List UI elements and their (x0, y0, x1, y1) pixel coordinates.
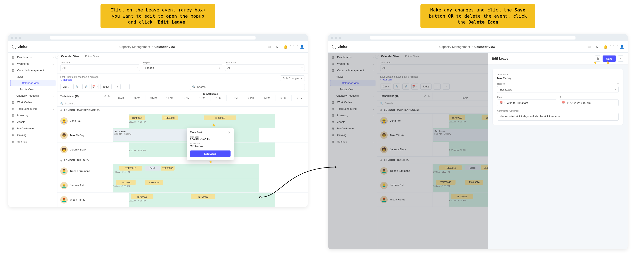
sidebar-item-workforce[interactable]: ▦Workforce⌄ (8, 60, 57, 67)
today-button[interactable]: Today (100, 84, 112, 90)
apps-grid-icon[interactable]: ⋮⋮⋮ (612, 45, 616, 49)
global-search-input[interactable]: 🔍 (190, 84, 305, 90)
delete-button[interactable]: 🗑 (595, 55, 601, 62)
breadcrumb-parent[interactable]: Capacity Management (439, 45, 470, 48)
task-block[interactable]: TSK00018 (119, 166, 142, 170)
filter-icon[interactable]: ⛉ (104, 95, 106, 98)
task-block[interactable]: TSK00003 (204, 116, 236, 120)
hour-column-header: 5 PM (259, 95, 275, 101)
nav-icon: ▦ (11, 140, 15, 143)
task-block[interactable]: TSK00032 (161, 166, 174, 170)
filter-label: Region (143, 61, 222, 64)
region-select[interactable]: London▾ (143, 64, 222, 71)
sidebar-item-inventory[interactable]: ▦Inventory⌄ (8, 112, 57, 119)
task-type-select[interactable]: All▾ (60, 64, 140, 71)
sidebar-item-points-view[interactable]: Points View (8, 86, 57, 93)
chevron-down-icon: ⌄ (53, 56, 54, 58)
sidebar-item-assets[interactable]: ▦Assets (8, 119, 57, 125)
url-bar[interactable] (50, 36, 256, 39)
sidebar-item-work-orders[interactable]: ▦Work Orders (8, 99, 57, 106)
avatar: 👨‍🦱 (60, 167, 68, 175)
bell-icon[interactable]: 🔔 (284, 45, 288, 49)
refresh-link[interactable]: ↻ Refresh (60, 78, 98, 81)
sidebar-item-settings[interactable]: ▦Settings⌄ (8, 138, 57, 145)
technician-cell[interactable]: 🧑Jeremy Black (58, 142, 113, 157)
timeline[interactable]: 8:00 AM - 5:00 PMTSK00040TSK00024 (113, 178, 308, 192)
profile-avatar-icon[interactable]: 👤 (300, 45, 304, 49)
date-picker-button[interactable]: 📅 ▾ (92, 84, 98, 90)
chat-icon[interactable]: ▤ (587, 45, 591, 49)
close-drawer-button[interactable]: ✕ (618, 55, 624, 62)
save-button[interactable]: Save (602, 55, 616, 62)
sidebar-item-capacity-requests[interactable]: Capacity Requests⌄ (8, 93, 57, 99)
technician-cell[interactable]: 👨Max McCoy (58, 128, 113, 142)
technician-select[interactable]: All▾ (225, 64, 305, 71)
hour-column-header: 2 PM (210, 95, 226, 101)
task-block[interactable]: TSK00040 (116, 180, 136, 185)
technician-row: 👨‍🦰Albert Flores9:00 AM - 6:00 PMTSK0002… (58, 193, 308, 207)
help-icon[interactable]: ? (617, 83, 618, 85)
browser-window-left: zinier Capacity Management / Calendar Vi… (8, 34, 308, 207)
bulk-changes-button[interactable]: Bulk Changes▾ (280, 75, 305, 81)
apps-grid-icon[interactable]: ⋮⋮⋮ (292, 45, 296, 49)
brand-name: zinier (18, 45, 28, 49)
schedule-group-header[interactable]: ◉LONDON · BUILD (2) (58, 157, 308, 164)
sort-icon[interactable]: ⇅ (108, 95, 110, 98)
timeline[interactable]: 9:00 AM - 6:00 PMTSK00001TSK00002TSK0000… (113, 114, 308, 128)
popup-tech-label: Technician (190, 142, 230, 145)
edit-leave-form: Technician Max McCoy Reason ? Sick Leave… (493, 69, 623, 125)
breadcrumb-parent[interactable]: Capacity Management (119, 45, 150, 48)
task-block[interactable]: TSK00026 (191, 194, 215, 199)
view-granularity-select[interactable]: Day▾ (60, 84, 71, 90)
sidebar-item-dashboards[interactable]: ▦Dashboards⌄ (8, 54, 57, 60)
prev-day-button[interactable]: ‹ (114, 84, 120, 90)
task-block[interactable]: TSK00002 (162, 116, 178, 120)
popup-time-label: Time Slot (190, 136, 230, 138)
technician-search-input[interactable]: 🔍 Search... (58, 101, 308, 107)
sidebar-item-capacity-management[interactable]: ▦Capacity Management⌄ (8, 67, 57, 74)
tab-calendar-view[interactable]: Calendar View (61, 53, 80, 60)
callout-right: Make any changes and click the Save butt… (420, 4, 535, 28)
sidebar-item-task-scheduling[interactable]: ▦Task Scheduling⌄ (8, 106, 57, 112)
app-topbar: zinier Capacity Management / Calendar Vi… (328, 41, 628, 53)
edit-leave-button[interactable]: Edit Leave (190, 150, 230, 157)
bell-icon[interactable]: 🔔 (604, 45, 608, 49)
sidebar-item-calendar-view[interactable]: Calendar View (10, 80, 56, 86)
reason-select[interactable]: Sick Leave▾ (497, 86, 618, 93)
location-icon[interactable]: ⬙ (595, 45, 599, 49)
field-label-to: To (560, 96, 618, 99)
modal-overlay[interactable] (328, 53, 488, 249)
hour-column-header: 4 PM (243, 95, 259, 101)
popup-close-icon[interactable]: ✕ (228, 131, 230, 134)
sidebar-item-catalog[interactable]: ▦Catalog (8, 132, 57, 138)
task-block[interactable]: TSK00024 (145, 180, 163, 185)
zoom-in-button[interactable]: 🔎 (82, 84, 90, 90)
next-day-button[interactable]: › (123, 84, 130, 90)
timeline[interactable]: 9:00 AM - 6:00 PMTSK00025TSK00026 (113, 193, 308, 207)
brand-logo[interactable]: zinier (12, 45, 28, 49)
brand-logo[interactable]: zinier (332, 45, 348, 49)
chat-icon[interactable]: ▤ (267, 45, 271, 49)
sidebar-item-views[interactable]: Views⌄ (8, 74, 57, 80)
task-block[interactable]: TSK00025 (131, 194, 154, 199)
tab-points-view[interactable]: Points View (85, 53, 100, 60)
zoom-out-button[interactable]: 🔍 (74, 84, 80, 90)
technician-cell[interactable]: 👨‍🦰Albert Flores (58, 193, 113, 207)
technician-cell[interactable]: 👷John Fox (58, 114, 113, 128)
breadcrumb: Capacity Management / Calendar View (28, 45, 267, 48)
from-datetime-input[interactable]: 📅 10/04/2024 8:00 am (497, 99, 556, 106)
schedule-group-header[interactable]: ◉LONDON · MAINTENANCE (2) (58, 107, 308, 114)
url-bar[interactable] (370, 36, 576, 39)
sidebar-item-my-customers[interactable]: ▦My Customers⌄ (8, 125, 57, 132)
technician-cell[interactable]: 👨‍🦱Robert Simmons (58, 164, 113, 178)
callout-left: Click on the Leave event (grey box) you … (100, 4, 215, 28)
technician-cell[interactable]: 👨‍🦲Jerome Bell (58, 178, 113, 192)
task-block[interactable]: TSK00001 (129, 116, 145, 120)
break-block[interactable]: Break (145, 166, 160, 170)
to-datetime-input[interactable]: 📅 11/04/2024 6:00 pm (560, 99, 618, 106)
last-updated-text: Last Updated: Less than a min ago (60, 76, 98, 78)
location-icon[interactable]: ⬙ (275, 45, 279, 49)
comments-textarea[interactable]: Max reported sick today - will also be s… (497, 113, 618, 121)
timeline[interactable]: 8:00 AM - 5:00 PMTSK00018BreakTSK00032 (113, 164, 308, 178)
profile-avatar-icon[interactable]: 👤 (620, 45, 624, 49)
